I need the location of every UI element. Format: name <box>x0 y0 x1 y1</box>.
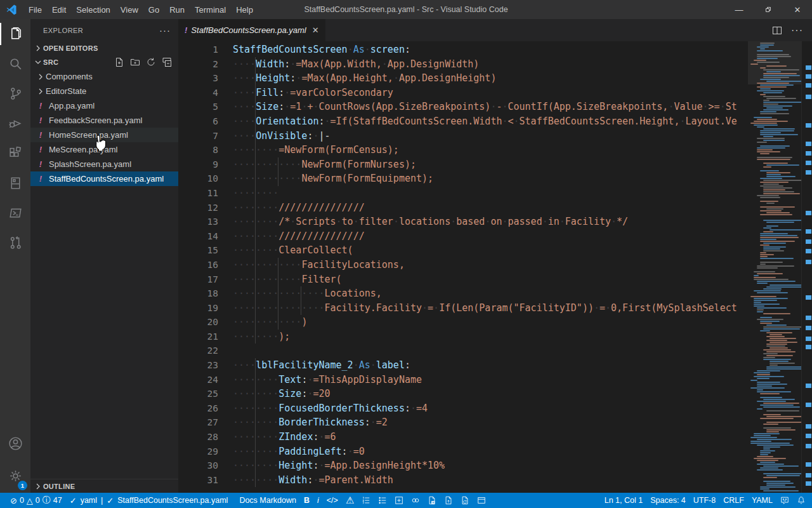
linter-status[interactable]: ✓ yaml | ✓ StaffBedCountsScreen.pa.yaml <box>66 493 232 508</box>
code-line-13[interactable]: ········/*·Scripts·to·filter·locations·b… <box>233 215 748 229</box>
cursor-position[interactable]: Ln 1, Col 1 <box>601 493 646 508</box>
file-sync-button[interactable] <box>457 493 473 508</box>
docs-markdown-item[interactable]: Docs Markdown <box>235 493 300 508</box>
file-save-button[interactable] <box>424 493 440 508</box>
code-line-26[interactable]: ········FocusedBorderThickness:·=4 <box>233 401 748 416</box>
menu-edit[interactable]: Edit <box>47 0 71 19</box>
folder-components[interactable]: Components <box>30 69 178 84</box>
run-debug-icon[interactable] <box>0 109 30 138</box>
search-icon[interactable] <box>0 49 30 79</box>
line-number: 18 <box>178 286 218 301</box>
code-line-28[interactable]: ········ZIndex:·=6 <box>233 430 748 444</box>
bullet-list-button[interactable] <box>374 493 391 508</box>
problems-indicator[interactable]: ⊘ 0 △ 0 ⓘ 47 <box>6 493 66 508</box>
explorer-more-actions[interactable]: ··· <box>159 25 171 36</box>
code-line-8[interactable]: ········=NewForm(FormCensus); <box>233 143 748 157</box>
minimap[interactable] <box>748 41 801 493</box>
menu-run[interactable]: Run <box>164 0 190 19</box>
line-number: 15 <box>178 243 218 258</box>
code-line-22[interactable] <box>233 344 748 358</box>
code-line-2[interactable]: ····Width:·=Max(App.Width,·App.DesignWid… <box>233 57 748 72</box>
eol-setting[interactable]: CRLF <box>719 493 748 508</box>
overview-ruler-scrollbar[interactable] <box>801 41 812 493</box>
tab-staffbedcountsscreen[interactable]: ! StaffBedCountsScreen.pa.yaml ✕ <box>178 19 325 41</box>
code-snippet-button[interactable]: </> <box>323 493 342 508</box>
code-line-9[interactable]: ············NewForm(FormNurses); <box>233 157 748 172</box>
alert-button[interactable]: ⚠ <box>342 493 358 508</box>
code-line-24[interactable]: ········Text:·=ThisAppDisplayName <box>233 373 748 387</box>
more-actions-icon[interactable]: ··· <box>791 25 803 36</box>
menu-view[interactable]: View <box>115 0 143 19</box>
account-icon[interactable] <box>0 429 30 458</box>
insert-link-button[interactable] <box>407 493 424 508</box>
file-splashscreen-pa-yaml[interactable]: !SplashScreen.pa.yaml <box>30 157 178 171</box>
src-section-header[interactable]: SRC <box>30 55 178 69</box>
code-line-21[interactable]: ········); <box>233 330 748 344</box>
code-line-7[interactable]: ····OnVisible:·|- <box>233 129 748 144</box>
file-upload-button[interactable] <box>440 493 457 508</box>
preview-layout-button[interactable] <box>473 493 490 508</box>
menu-go[interactable]: Go <box>143 0 164 19</box>
explorer-icon[interactable] <box>0 19 30 49</box>
restore-button[interactable] <box>754 0 783 19</box>
code-line-12[interactable]: ········/////////////// <box>233 201 748 215</box>
code-line-15[interactable]: ········ClearCollect( <box>233 243 748 258</box>
notifications-bell[interactable] <box>793 493 806 508</box>
pull-request-icon[interactable] <box>0 228 30 258</box>
new-folder-icon[interactable] <box>130 57 140 67</box>
bold-button[interactable]: B <box>300 493 313 508</box>
code-editor[interactable]: 1234567891011121314151617181920212223242… <box>178 41 748 493</box>
menu-selection[interactable]: Selection <box>71 0 115 19</box>
settings-gear-icon[interactable]: 1 <box>0 458 30 493</box>
code-line-3[interactable]: ····Height:·=Max(App.Height,·App.DesignH… <box>233 71 748 86</box>
menu-help[interactable]: Help <box>231 0 258 19</box>
info-marker <box>806 434 811 438</box>
code-line-29[interactable]: ········PaddingLeft:·=0 <box>233 444 748 459</box>
italic-button[interactable]: i <box>313 493 323 508</box>
code-line-18[interactable]: ················Locations, <box>233 286 748 301</box>
code-line-14[interactable]: ········/////////////// <box>233 229 748 244</box>
code-line-31[interactable]: ········Width:·=Parent.Width <box>233 473 748 488</box>
language-mode[interactable]: YAML <box>748 493 776 508</box>
code-line-23[interactable]: ····lblFacilityName_2·As·label: <box>233 358 748 373</box>
close-tab-icon[interactable]: ✕ <box>312 25 319 35</box>
numbered-list-button[interactable] <box>358 493 374 508</box>
collapse-folders-icon[interactable] <box>162 57 172 67</box>
code-line-19[interactable]: ················Facility.Facility·=·If(L… <box>233 301 748 316</box>
code-line-27[interactable]: ········BorderThickness:·=2 <box>233 415 748 430</box>
code-line-5[interactable]: ····Size:·=1·+·CountRows(App.SizeBreakpo… <box>233 100 748 114</box>
open-editors-section[interactable]: OPEN EDITORS <box>30 41 178 55</box>
code-line-4[interactable]: ····Fill:·=varColorSecondary <box>233 86 748 100</box>
new-file-icon[interactable] <box>114 57 124 67</box>
split-editor-icon[interactable] <box>772 25 782 36</box>
code-line-10[interactable]: ············NewForm(FormEquipment); <box>233 171 748 186</box>
file-app-pa-yaml[interactable]: !App.pa.yaml <box>30 98 178 113</box>
outline-section[interactable]: OUTLINE <box>30 479 178 493</box>
close-window-button[interactable]: ✕ <box>783 0 812 19</box>
refresh-icon[interactable] <box>146 57 156 67</box>
file-homescreen-pa-yaml[interactable]: !HomeScreen.pa.yaml <box>30 128 178 142</box>
extensions-icon[interactable] <box>0 138 30 168</box>
minimize-button[interactable]: — <box>724 0 754 19</box>
folder-editorstate[interactable]: EditorState <box>30 84 178 98</box>
code-line-1[interactable]: StaffBedCountsScreen·As·screen: <box>233 43 748 57</box>
code-line-16[interactable]: ············FacilityLocations, <box>233 258 748 272</box>
code-line-11[interactable]: ········ <box>233 186 748 201</box>
indentation-setting[interactable]: Spaces: 4 <box>646 493 690 508</box>
source-control-icon[interactable] <box>0 79 30 109</box>
notebook-icon[interactable] <box>0 168 30 198</box>
encoding-setting[interactable]: UTF-8 <box>690 493 719 508</box>
file-feedbackscreen-pa-yaml[interactable]: !FeedbackScreen.pa.yaml <box>30 113 178 128</box>
code-line-30[interactable]: ········Height:·=App.DesignHeight*10% <box>233 458 748 473</box>
code-line-25[interactable]: ········Size:·=20 <box>233 387 748 401</box>
powershell-icon[interactable] <box>0 198 30 228</box>
file-staffbedcountsscreen-pa-yaml[interactable]: !StaffBedCountsScreen.pa.yaml <box>30 171 178 186</box>
menu-file[interactable]: File <box>23 0 47 19</box>
feedback-button[interactable] <box>776 493 793 508</box>
menu-terminal[interactable]: Terminal <box>190 0 231 19</box>
code-line-17[interactable]: ············Filter( <box>233 272 748 287</box>
code-line-20[interactable]: ············) <box>233 315 748 330</box>
code-line-6[interactable]: ····Orientation:·=If(StaffBedCountsScree… <box>233 114 748 129</box>
insert-table-button[interactable] <box>391 493 407 508</box>
file-mescreen-pa-yaml[interactable]: !MeScreen.pa.yaml <box>30 142 178 157</box>
